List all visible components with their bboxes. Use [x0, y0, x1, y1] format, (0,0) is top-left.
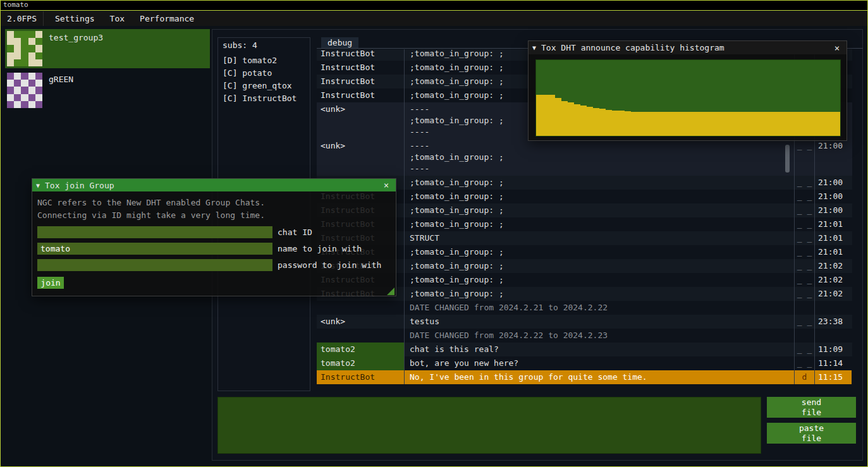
chat-row[interactable]: InstructBotSTRUCT_ _21:01: [317, 231, 852, 245]
member-item[interactable]: [D] tomato2: [218, 54, 310, 67]
chat-row-flags: _ _: [794, 190, 814, 203]
paste-file-button[interactable]: paste file: [767, 423, 856, 444]
chat-row[interactable]: InstructBot;tomato_in_group: ;_ _21:02: [317, 273, 852, 287]
chat-row-name: <unk>: [317, 102, 404, 139]
member-item[interactable]: [C] green_qtox: [218, 80, 310, 92]
group-row-gREEN[interactable]: gREEN: [5, 71, 210, 110]
chat-row[interactable]: InstructBot;tomato_in_group: ;_ _21:00: [317, 203, 852, 217]
menu-item-tox[interactable]: Tox: [102, 11, 132, 26]
collapse-arrow-icon[interactable]: ▼: [532, 44, 536, 51]
join-info-line-1: NGC refers to the New DHT enabled Group …: [37, 197, 391, 209]
join-password-label: password to join with: [278, 259, 381, 271]
chat-row[interactable]: DATE CHANGED from 2024.2.21 to 2024.2.22: [317, 301, 852, 315]
histogram-bar: [809, 112, 815, 136]
histogram-bar: [631, 112, 637, 136]
chat-row[interactable]: InstructBot;tomato_in_group: ;_ _21:02: [317, 287, 852, 301]
chat-row-time: [814, 301, 852, 315]
histogram-bar: [536, 95, 542, 136]
chat-row[interactable]: DATE CHANGED from 2024.2.22 to 2024.2.23: [317, 329, 852, 343]
chat-row[interactable]: InstructBotNo, I've been in this group f…: [317, 370, 852, 384]
histogram-bar: [707, 112, 713, 136]
chat-row[interactable]: InstructBot;tomato_in_group: ;_ _21:01: [317, 217, 852, 231]
chat-row-time: 21:02: [814, 259, 852, 273]
chat-row-name: InstructBot: [317, 370, 404, 384]
collapse-arrow-icon[interactable]: ▼: [36, 182, 40, 189]
histogram-bar: [745, 112, 752, 136]
histogram-dialog-titlebar[interactable]: ▼ Tox DHT announce capability histogram …: [529, 41, 847, 54]
chat-row-name: InstructBot: [317, 61, 404, 75]
members-count: subs: 4: [218, 38, 310, 54]
send-file-button[interactable]: send file: [767, 397, 856, 418]
resize-grip-icon[interactable]: [387, 288, 394, 295]
histogram-bar: [675, 112, 682, 136]
chat-row-flags: _ _: [794, 343, 814, 356]
chat-row-time: 21:01: [814, 231, 852, 245]
histogram-bar: [574, 104, 580, 136]
group-row-test_group3[interactable]: test_group3: [5, 29, 210, 68]
chat-row-message: ;tomato_in_group: ;: [404, 190, 794, 203]
menu-item-performance[interactable]: Performance: [132, 11, 202, 26]
chat-id-input[interactable]: [37, 226, 272, 238]
histogram-bar: [656, 112, 663, 136]
chat-row-flags: d: [794, 370, 814, 384]
histogram-bar: [599, 109, 606, 136]
chat-row[interactable]: <unk>testus_ _23:38: [317, 315, 852, 329]
chat-row[interactable]: tomato2chat is this real?_ _11:09: [317, 343, 852, 356]
chat-row-time: 11:09: [814, 343, 852, 356]
histogram-bar: [713, 112, 719, 136]
close-icon[interactable]: ×: [831, 43, 843, 53]
histogram-plot: [535, 59, 841, 136]
menubar: 2.0FPS SettingsToxPerformance: [1, 11, 867, 26]
join-dialog-body: NGC refers to the New DHT enabled Group …: [32, 191, 396, 296]
histogram-bar: [669, 112, 675, 136]
histogram-bar: [726, 112, 732, 136]
chat-row-name: <unk>: [317, 139, 404, 176]
join-dialog-titlebar[interactable]: ▼ Tox join Group ×: [32, 179, 396, 191]
chat-scrollbar[interactable]: [785, 145, 790, 173]
histogram-bar: [802, 112, 809, 136]
message-input[interactable]: [217, 397, 761, 454]
chat-row-flags: _ _: [794, 259, 814, 273]
chat-row-flags: _ _: [794, 245, 814, 259]
group-avatar: [7, 73, 42, 108]
histogram-bar: [796, 112, 802, 136]
chat-row-flags: [794, 301, 814, 315]
chat-row-message: bot, are you new here?: [404, 356, 794, 370]
group-name: gREEN: [49, 75, 73, 84]
chat-row-flags: _ _: [794, 315, 814, 329]
histogram-bar: [682, 112, 688, 136]
join-name-input[interactable]: tomato: [37, 243, 272, 255]
histogram-bar: [688, 112, 694, 136]
chat-row[interactable]: InstructBot;tomato_in_group: ;_ _21:00: [317, 176, 852, 190]
chat-row[interactable]: InstructBot;tomato_in_group: ;_ _21:00: [317, 190, 852, 203]
chat-row-name: InstructBot: [317, 88, 404, 102]
chat-row-flags: _ _: [794, 139, 814, 176]
tab-debug[interactable]: debug: [321, 37, 358, 48]
chat-row-message: ;tomato_in_group: ;: [404, 203, 794, 217]
group-avatar: [7, 31, 42, 66]
chat-row-name: tomato2: [317, 343, 404, 356]
histogram-bar: [644, 112, 650, 136]
close-icon[interactable]: ×: [381, 180, 392, 190]
member-item[interactable]: [C] potato: [218, 67, 310, 80]
chat-row-time: 21:02: [814, 273, 852, 287]
member-item[interactable]: [C] InstructBot: [218, 92, 310, 105]
chat-row-name: InstructBot: [317, 75, 404, 88]
join-button[interactable]: join: [37, 277, 64, 289]
chat-row-message: ;tomato_in_group: ;: [404, 217, 794, 231]
chat-row[interactable]: InstructBot;tomato_in_group: ;_ _21:01: [317, 245, 852, 259]
chat-row[interactable]: InstructBot;tomato_in_group: ;_ _21:02: [317, 259, 852, 273]
window-titlebar: tomato: [0, 0, 868, 11]
chat-row[interactable]: tomato2bot, are you new here?_ _11:14: [317, 356, 852, 370]
chat-row-message: ;tomato_in_group: ;: [404, 273, 794, 287]
chat-row[interactable]: <unk>---- ;tomato_in_group: ; ----_ _21:…: [317, 139, 852, 176]
chat-row-message: STRUCT: [404, 231, 794, 245]
join-password-input[interactable]: [37, 259, 272, 271]
window-title: tomato: [3, 1, 28, 9]
menu-item-settings[interactable]: Settings: [47, 11, 102, 26]
chat-row-name: [317, 301, 404, 315]
chat-row-time: 21:02: [814, 287, 852, 301]
histogram-bar: [694, 112, 700, 136]
chat-row-message: DATE CHANGED from 2024.2.21 to 2024.2.22: [404, 301, 794, 315]
group-name: test_group3: [49, 33, 103, 42]
